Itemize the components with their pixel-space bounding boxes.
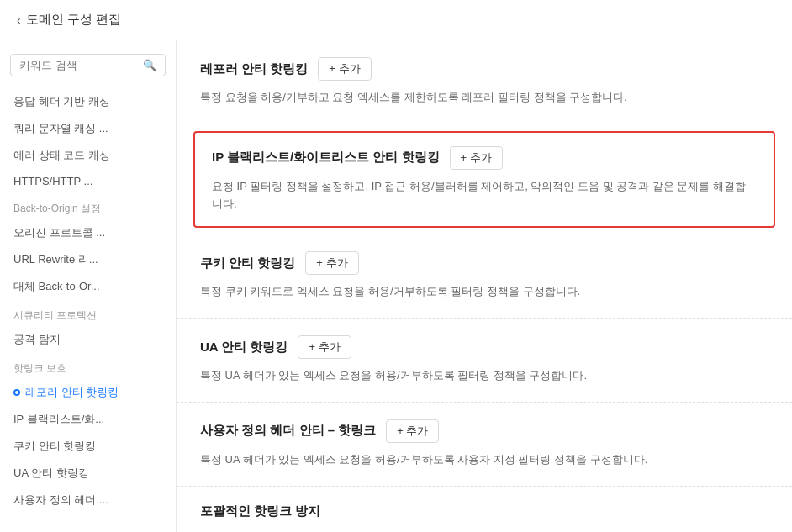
search-icon: 🔍 xyxy=(143,59,156,71)
section-title-referer: 레포러 안티 핫링킹 xyxy=(200,61,308,77)
sidebar-item-back-to-origin-alt[interactable]: 대체 Back-to-Or... xyxy=(0,273,176,300)
section-header-ip: IP 블랙리스트/화이트리스트 안티 핫링킹 + 추가 xyxy=(212,146,757,170)
back-button[interactable]: ‹ 도메인 구성 편집 xyxy=(17,12,121,28)
section-header-ua: UA 안티 핫링킹 + 추가 xyxy=(200,335,768,359)
content-area: 레포러 안티 핫링킹 + 추가 특정 요청을 허용/거부하고 요청 엑세스를 제… xyxy=(177,40,792,532)
section-header-referer: 레포러 안티 핫링킹 + 추가 xyxy=(200,57,768,81)
section-title-user-header: 사용자 정의 헤더 안티 – 핫링크 xyxy=(200,423,376,439)
section-desc-ua: 특정 UA 헤더가 있는 엑세스 요청을 허용/거부하도록 필터링 정책을 구성… xyxy=(200,367,768,385)
sidebar-item-attack-detect[interactable]: 공격 탐지 xyxy=(0,326,176,353)
sidebar: 🔍 응답 헤더 기반 캐싱 쿼리 문자열 캐싱 ... 에러 상태 코드 캐싱 … xyxy=(0,40,177,532)
add-button-ip[interactable]: + 추가 xyxy=(450,146,503,170)
section-desc-referer: 특정 요청을 허용/거부하고 요청 엑세스를 제한하도록 레포러 필터링 정책을… xyxy=(200,89,768,107)
sidebar-item-referer-label: 레포러 안티 핫링킹 xyxy=(25,385,119,400)
section-header-user-header: 사용자 정의 헤더 안티 – 핫링크 + 추가 xyxy=(200,419,768,443)
back-icon: ‹ xyxy=(17,13,21,27)
add-button-referer[interactable]: + 추가 xyxy=(318,57,371,81)
add-button-user-header[interactable]: + 추가 xyxy=(386,419,439,443)
section-desc-ip: 요청 IP 필터링 정책을 설정하고, IP 접근 허용/블러허를 제어하고, … xyxy=(212,178,757,213)
section-header-cookie: 쿠키 안티 핫링킹 + 추가 xyxy=(200,251,768,275)
section-title-ua: UA 안티 핫링킹 xyxy=(200,340,288,356)
section-user-header-anti: 사용자 정의 헤더 안티 – 핫링크 + 추가 특정 UA 헤더가 있는 엑세스… xyxy=(177,403,792,487)
sidebar-item-error-status-cache[interactable]: 에러 상태 코드 캐싱 xyxy=(0,142,176,169)
search-input[interactable] xyxy=(19,59,138,71)
sidebar-item-user-header-anti[interactable]: 사용자 정의 헤더 ... xyxy=(0,487,176,514)
sidebar-item-cookie-anti-hotlink[interactable]: 쿠키 안티 핫링킹 xyxy=(0,433,176,460)
group-security-label: 시큐리티 프로텍션 xyxy=(0,300,176,326)
add-button-cookie[interactable]: + 추가 xyxy=(305,251,358,275)
section-title-comprehensive: 포괄적인 핫링크 방지 xyxy=(200,503,320,519)
sidebar-item-referer-anti-hotlink[interactable]: 레포러 안티 핫링킹 xyxy=(0,379,176,406)
section-referer-anti-hotlink: 레포러 안티 핫링킹 + 추가 특정 요청을 허용/거부하고 요청 엑세스를 제… xyxy=(177,40,792,124)
section-cookie-anti-hotlink: 쿠키 안티 핫링킹 + 추가 특정 쿠키 키워드로 엑세스 요청을 허용/거부하… xyxy=(177,234,792,319)
section-comprehensive-hotlink: 포괄적인 핫링크 방지 xyxy=(177,487,792,532)
page-title: 도메인 구성 편집 xyxy=(26,12,121,28)
section-title-ip: IP 블랙리스트/화이트리스트 안티 핫링킹 xyxy=(212,150,440,166)
add-button-ua[interactable]: + 추가 xyxy=(298,335,351,359)
section-desc-user-header: 특정 UA 헤더가 있는 엑세스 요청을 허용/거부하도록 사용자 지정 필터링… xyxy=(200,451,768,469)
active-dot xyxy=(13,389,20,396)
sidebar-item-url-rewrite[interactable]: URL Rewrite 리... xyxy=(0,246,176,273)
group-back-to-origin-label: Back-to-Origin 설정 xyxy=(0,193,176,219)
search-box[interactable]: 🔍 xyxy=(10,54,166,76)
sidebar-item-ip-blacklist[interactable]: IP 블랙리스트/화... xyxy=(0,406,176,433)
section-ua-anti-hotlink: UA 안티 핫링킹 + 추가 특정 UA 헤더가 있는 엑세스 요청을 허용/거… xyxy=(177,319,792,403)
sidebar-item-https-http[interactable]: HTTPS/HTTP ... xyxy=(0,169,176,193)
sidebar-item-response-header-cache[interactable]: 응답 헤더 기반 캐싱 xyxy=(0,88,176,115)
sidebar-item-query-string-cache[interactable]: 쿼리 문자열 캐싱 ... xyxy=(0,115,176,142)
sidebar-item-ua-anti-hotlink[interactable]: UA 안티 핫링킹 xyxy=(0,460,176,487)
section-desc-cookie: 특정 쿠키 키워드로 엑세스 요청을 허용/거부하도록 필터링 정책을 구성합니… xyxy=(200,283,768,301)
section-header-comprehensive: 포괄적인 핫링크 방지 xyxy=(200,503,768,519)
main-layout: 🔍 응답 헤더 기반 캐싱 쿼리 문자열 캐싱 ... 에러 상태 코드 캐싱 … xyxy=(0,40,792,532)
section-ip-blacklist: IP 블랙리스트/화이트리스트 안티 핫링킹 + 추가 요청 IP 필터링 정책… xyxy=(193,131,775,229)
sidebar-item-origin-protocol[interactable]: 오리진 프로토콜 ... xyxy=(0,219,176,246)
group-hotlink-label: 핫링크 보호 xyxy=(0,353,176,379)
header: ‹ 도메인 구성 편집 xyxy=(0,0,792,40)
section-title-cookie: 쿠키 안티 핫링킹 xyxy=(200,255,295,271)
